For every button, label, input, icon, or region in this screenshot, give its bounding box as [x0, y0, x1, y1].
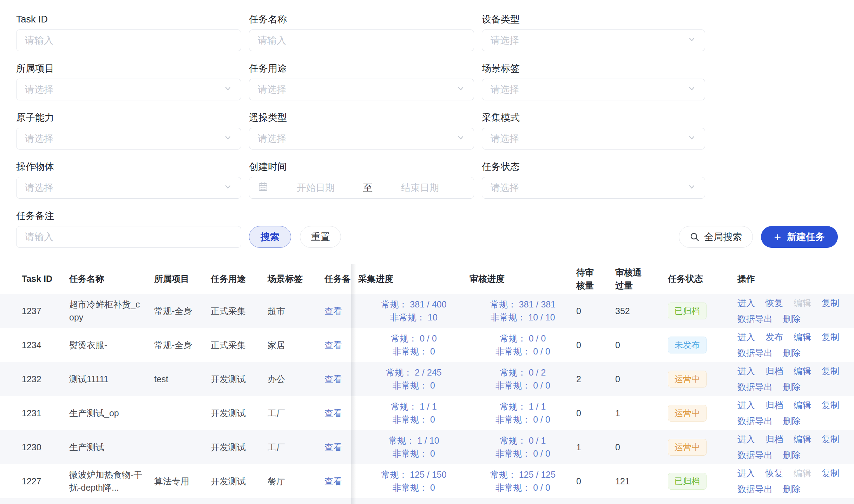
create-time-range-picker[interactable]: 开始日期至结束日期: [249, 177, 474, 199]
field-label-create-time: 创建时间: [249, 161, 474, 173]
action-归档[interactable]: 归档: [766, 399, 783, 412]
field-task-name: 任务名称: [249, 13, 474, 51]
search-button[interactable]: 搜索: [249, 226, 291, 248]
action-恢复[interactable]: 恢复: [766, 297, 783, 310]
action-编辑-disabled: 编辑: [794, 467, 811, 480]
collect-progress-line: 非常规： 0: [393, 345, 435, 358]
cell-task-name: 微波炉加热食物-干扰-depth降...: [69, 464, 154, 498]
view-remark-link[interactable]: 查看: [324, 305, 342, 318]
view-remark-link[interactable]: 查看: [324, 373, 342, 386]
atomic-ability-select[interactable]: 请选择: [16, 128, 241, 150]
action-数据导出[interactable]: 数据导出: [737, 483, 773, 496]
cell-purpose: 开发测试: [211, 464, 268, 498]
action-进入[interactable]: 进入: [737, 399, 755, 412]
device-type-select[interactable]: 请选择: [482, 29, 705, 51]
action-进入[interactable]: 进入: [737, 365, 755, 378]
action-删除[interactable]: 删除: [783, 380, 801, 393]
action-发布[interactable]: 发布: [766, 331, 783, 344]
operate-object-select[interactable]: 请选择: [16, 177, 241, 199]
action-数据导出[interactable]: 数据导出: [737, 312, 773, 325]
action-复制[interactable]: 复制: [822, 365, 839, 378]
review-progress-line: 常规： 381 / 381: [490, 298, 556, 311]
cell-project: 常规-全身: [154, 294, 211, 328]
new-task-button[interactable]: + 新建任务: [761, 226, 838, 248]
field-atomic-ability: 原子能力请选择: [16, 112, 241, 150]
action-编辑[interactable]: 编辑: [794, 365, 811, 378]
task-remark-input[interactable]: [16, 226, 241, 248]
action-复制[interactable]: 复制: [822, 433, 839, 446]
header-col-task-remark: 任务备注: [324, 264, 351, 294]
action-编辑[interactable]: 编辑: [794, 433, 811, 446]
global-search-button[interactable]: 全局搜索: [679, 226, 753, 248]
action-恢复[interactable]: 恢复: [766, 467, 783, 480]
project-text: 常规-全身: [154, 305, 192, 318]
action-进入[interactable]: 进入: [737, 433, 755, 446]
action-删除[interactable]: 删除: [783, 346, 801, 359]
action-复制[interactable]: 复制: [822, 399, 839, 412]
cell-project: 算法专用: [154, 464, 211, 498]
task-table: Task ID任务名称所属项目任务用途场景标签任务备注采集进度审核进度待审核量审…: [0, 264, 854, 504]
action-删除[interactable]: 删除: [783, 415, 801, 427]
collect-progress-line: 非常规： 0: [393, 379, 435, 392]
action-删除[interactable]: 删除: [783, 483, 801, 496]
task-purpose-select[interactable]: 请选择: [249, 79, 474, 100]
collect-progress-line: 非常规： 10: [390, 311, 438, 324]
action-进入[interactable]: 进入: [737, 297, 755, 310]
task-status-select[interactable]: 请选择: [482, 177, 705, 199]
collect-progress-line: 常规： 1 / 10: [388, 434, 439, 447]
field-create-time: 创建时间开始日期至结束日期: [249, 161, 474, 199]
header-col-review-progress: 审核进度: [469, 264, 576, 294]
action-进入[interactable]: 进入: [737, 331, 755, 344]
cell-purpose: 开发测试: [211, 396, 268, 430]
cell-review-approved-count: 121: [615, 464, 668, 498]
action-删除[interactable]: 删除: [783, 449, 801, 462]
view-remark-link[interactable]: 查看: [324, 407, 342, 420]
action-归档[interactable]: 归档: [766, 365, 783, 378]
task-id-input[interactable]: [16, 29, 241, 51]
view-remark-link[interactable]: 查看: [324, 441, 342, 454]
scene-tag-select[interactable]: 请选择: [482, 79, 705, 100]
view-remark-link[interactable]: 查看: [324, 475, 342, 488]
table-row: 1234熨烫衣服-常规-全身正式采集家居查看常规： 0 / 0非常规： 0常规：…: [0, 328, 854, 362]
teleop-type-select[interactable]: 请选择: [249, 128, 474, 150]
table-row: 1232测试11111test开发测试办公查看常规： 2 / 245非常规： 0…: [0, 362, 854, 396]
action-删除[interactable]: 删除: [783, 312, 801, 325]
status-badge: 运营中: [668, 405, 707, 422]
action-复制[interactable]: 复制: [822, 297, 839, 310]
header-col-scene-tag: 场景标签: [268, 264, 324, 294]
action-编辑[interactable]: 编辑: [794, 331, 811, 344]
collect-mode-select[interactable]: 请选择: [482, 128, 705, 150]
select-placeholder: 请选择: [258, 132, 456, 145]
action-编辑[interactable]: 编辑: [794, 399, 811, 412]
cell-actions: 进入归档编辑复制数据导出删除: [737, 430, 854, 464]
action-数据导出[interactable]: 数据导出: [737, 415, 773, 427]
field-label-task-status: 任务状态: [482, 161, 705, 173]
action-复制[interactable]: 复制: [822, 331, 839, 344]
action-编辑-disabled: 编辑: [794, 297, 811, 310]
view-remark-link[interactable]: 查看: [324, 339, 342, 352]
project-select[interactable]: 请选择: [16, 79, 241, 100]
cell-review-progress: 常规： 0 / 0非常规： 0 / 0: [469, 328, 576, 362]
cell-purpose: 开发测试: [211, 362, 268, 396]
action-数据导出[interactable]: 数据导出: [737, 346, 773, 359]
review-progress-line: 非常规： 0 / 0: [495, 447, 550, 460]
field-task-remark: 任务备注: [16, 210, 241, 248]
select-placeholder: 请选择: [491, 83, 687, 96]
action-line: 数据导出删除: [737, 380, 839, 393]
action-数据导出[interactable]: 数据导出: [737, 449, 773, 462]
action-links: 进入恢复编辑复制数据导出删除: [737, 467, 839, 496]
action-复制[interactable]: 复制: [822, 467, 839, 480]
action-进入[interactable]: 进入: [737, 467, 755, 480]
cell-review-progress: 常规： 0 / 2非常规： 0 / 0: [469, 362, 576, 396]
cell-task-id: 1232: [0, 362, 69, 396]
action-links: 进入恢复编辑复制数据导出删除: [737, 297, 839, 325]
action-归档[interactable]: 归档: [766, 433, 783, 446]
reset-button[interactable]: 重置: [300, 226, 341, 248]
action-数据导出[interactable]: 数据导出: [737, 380, 773, 393]
review-progress-line: 非常规： 10 / 10: [491, 311, 555, 324]
cell-review-progress: 常规： 381 / 381非常规： 10 / 10: [469, 294, 576, 328]
filter-grid: Task ID任务名称设备类型请选择所属项目请选择任务用途请选择场景标签请选择原…: [16, 13, 838, 210]
field-operate-object: 操作物体请选择: [16, 161, 241, 199]
chevron-down-icon: [223, 133, 232, 145]
task-name-input[interactable]: [249, 29, 474, 51]
